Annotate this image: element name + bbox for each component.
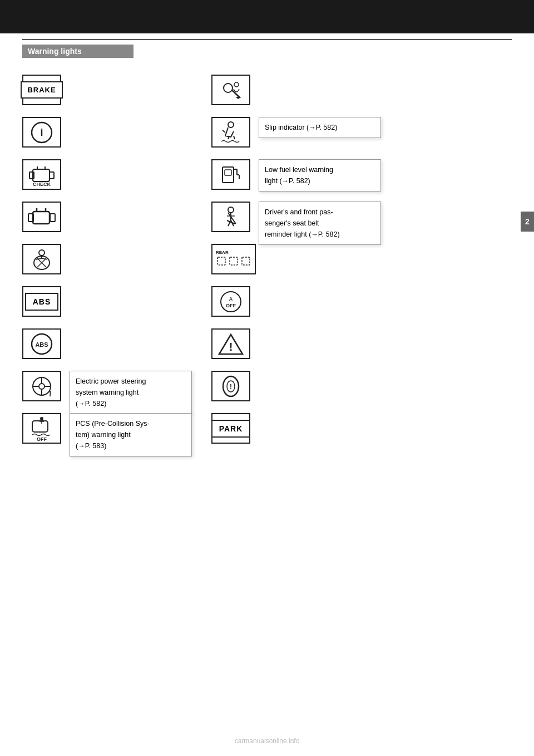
seatbelt-row: Driver's and front pas-senger's seat bel… [211,202,512,234]
svg-text:CHECK: CHECK [33,181,51,187]
tpms-row: ! [211,371,512,403]
svg-text:i: i [40,127,43,138]
abs-text-box: ABS [22,286,61,317]
eps-tooltip-text: Electric power steeringsystem warning li… [76,377,146,408]
fuel-icon [217,163,245,187]
caution-triangle-icon: ! [217,332,245,356]
pcs-icon: OFF [27,416,57,441]
svg-rect-57 [217,257,225,265]
right-column: Slip indicator (→P. 582) [211,69,512,445]
fuel-tooltip: Low fuel level warninglight (→P. 582) [259,159,381,192]
page-number-tab: 2 [521,212,534,232]
caution-box: ! [211,328,250,359]
oil-pressure-icon: i [28,121,56,144]
svg-rect-29 [32,421,48,432]
engine-malfunction-icon [25,204,58,230]
key-seatbelt-icon [217,78,245,102]
svg-line-17 [42,258,47,259]
brake-label: BRAKE [21,81,62,99]
oil-icon-box: i [22,117,61,148]
slip-box [211,117,250,148]
engine-row [22,202,200,234]
airbag-icon [25,246,58,273]
section-header: Warning lights [22,45,134,58]
park-row: PARK [211,413,512,445]
caution-row: ! [211,328,512,361]
svg-line-16 [36,258,42,259]
seatbelt-tooltip: Driver's and front pas-senger's seat bel… [259,202,381,245]
brake-icon-box: BRAKE [22,75,61,105]
eps-row: ! Electric power steeringsystem warning … [22,371,200,403]
park-box: PARK [211,413,250,444]
key-seatbelt-row [211,75,512,107]
svg-text:!: ! [230,383,232,391]
airbag-row [22,244,200,276]
svg-point-23 [39,384,44,389]
left-column: BRAKE i [22,69,200,445]
slip-tooltip: Slip indicator (→P. 582) [259,117,381,138]
svg-rect-43 [222,167,234,183]
pcs-tooltip-text: PCS (Pre-Collision Sys-tem) warning ligh… [76,420,150,450]
svg-point-38 [234,82,239,87]
abs-circle-row: ABS [22,328,200,361]
svg-point-13 [39,250,44,256]
seatbelt-box [211,202,250,232]
rear-seatbelt-row: REAR [211,244,512,276]
check-row: CHECK [22,159,200,192]
svg-point-34 [224,84,233,92]
svg-rect-58 [230,257,238,265]
svg-point-49 [228,207,234,213]
engine-icon-box [22,202,61,232]
seatbelt-icon [217,205,245,229]
pcs-tooltip: PCS (Pre-Collision Sys-tem) warning ligh… [70,413,192,456]
watermark-text: carmanualsonline.info [235,737,300,745]
watermark: carmanualsonline.info [235,737,300,745]
fuel-tooltip-text: Low fuel level warninglight (→P. 582) [265,166,333,185]
brake-row: BRAKE [22,75,200,107]
slip-row: Slip indicator (→P. 582) [211,117,512,149]
svg-point-60 [221,292,241,312]
eps-icon: ! [27,374,57,399]
slip-icon [217,120,245,145]
svg-line-42 [234,136,235,139]
svg-rect-2 [33,169,50,181]
svg-line-40 [222,130,225,132]
pcs-row: OFF PCS (Pre-Collision Sys-tem) warning … [22,413,200,445]
svg-text:!: ! [49,389,52,398]
page-number: 2 [525,217,530,226]
svg-text:OFF: OFF [37,436,47,441]
auto-off-box: A OFF [211,286,250,317]
abs-label: ABS [25,293,59,311]
tpms-icon: ! [217,374,245,399]
eps-icon-box: ! [22,371,61,401]
oil-row: i [22,117,200,149]
svg-text:!: ! [229,341,233,353]
svg-rect-8 [33,212,50,224]
seatbelt-tooltip-text: Driver's and front pas-senger's seat bel… [265,208,340,238]
auto-off-icon: A OFF [217,289,245,314]
eps-tooltip: Electric power steeringsystem warning li… [70,371,192,414]
check-icon-box: CHECK [22,159,61,190]
section-rule [22,39,512,40]
abs-circle-box: ABS [22,328,61,359]
rear-seatbelt-icon: REAR [213,247,255,272]
svg-rect-4 [50,172,54,179]
page-container: Warning lights 2 BRAKE i [0,0,534,756]
section-title: Warning lights [28,47,82,56]
svg-point-39 [228,122,234,127]
svg-text:A: A [229,296,233,302]
airbag-icon-box [22,244,61,274]
park-label: PARK [211,420,251,438]
fuel-box [211,159,250,190]
abs-circle-icon: ABS [28,332,56,356]
svg-line-35 [232,90,240,98]
slip-tooltip-text: Slip indicator (→P. 582) [265,124,337,131]
rear-seatbelt-box: REAR [211,244,256,274]
top-bar [0,0,534,33]
svg-rect-10 [50,214,55,222]
svg-text:OFF: OFF [226,303,236,308]
fuel-row: Low fuel level warninglight (→P. 582) [211,159,512,192]
key-seatbelt-box [211,75,250,105]
content-area: BRAKE i [22,69,512,445]
pcs-icon-box: OFF [22,413,61,444]
